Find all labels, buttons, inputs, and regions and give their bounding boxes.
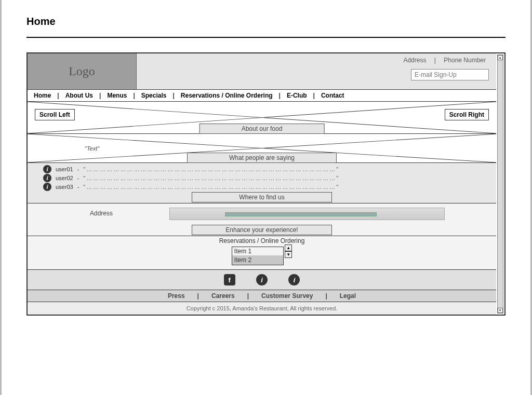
enhance-label: Enhance your experience!	[192, 225, 332, 235]
footer-legal[interactable]: Legal	[327, 290, 368, 302]
testimonial-user: user03	[56, 184, 73, 190]
scroll-grip[interactable]: ▾	[498, 308, 503, 313]
stepper-down-icon[interactable]: ▼	[285, 251, 292, 258]
testimonial-text: "…………………………………………………………………………………………………"	[83, 166, 339, 172]
list-item[interactable]: Item 1	[232, 247, 283, 256]
page-rule	[26, 37, 506, 38]
address-label: Address	[38, 210, 168, 217]
testimonial-text: "…………………………………………………………………………………………………"	[83, 184, 339, 190]
testimonial-user: user02	[56, 175, 73, 181]
hero-carousel: Scroll Left Scroll Right About our food	[28, 102, 496, 134]
dash: -	[77, 184, 79, 190]
info-icon[interactable]: i	[288, 274, 300, 285]
footer-nav: Press| Careers| Customer Survey| Legal	[28, 290, 496, 302]
testimonials-label: What people are saying	[187, 153, 337, 163]
copyright: Copyright c 2015, Amanda's Restaurant, A…	[28, 302, 496, 315]
social-row: f i i	[28, 270, 496, 290]
list-stepper[interactable]: ▲ ▼	[285, 244, 292, 258]
mockup-scrollbar[interactable]: ▴ ▾	[497, 55, 503, 314]
nav-home[interactable]: Home	[28, 90, 57, 101]
header-right: Address | Phone Number	[137, 53, 496, 89]
testimonial-user: user01	[56, 166, 73, 172]
testimonial-row: i user02 - "……………………………………………………………………………	[43, 174, 491, 182]
nav-contact[interactable]: Contact	[315, 90, 351, 101]
page-title: Home	[26, 16, 506, 28]
phone-link[interactable]: Phone Number	[444, 57, 486, 64]
main-nav: Home| About Us| Menus| Specials| Reserva…	[28, 90, 496, 102]
enhance-sub-label: Reservations / Online Ordering	[28, 237, 496, 244]
about-food-section: "Text" What people are saying	[28, 134, 496, 163]
info-icon[interactable]: i	[256, 274, 268, 285]
list-item[interactable]: Item 2	[232, 256, 283, 265]
nav-specials[interactable]: Specials	[135, 90, 173, 101]
wireframe-mockup: ▴ ▾ Logo Address | Phone Number Home|	[26, 52, 506, 316]
scroll-right-button[interactable]: Scroll Right	[445, 109, 489, 120]
dash: -	[77, 166, 79, 172]
about-text-placeholder: "Text"	[85, 145, 99, 152]
nav-eclub[interactable]: E-Club	[281, 90, 313, 101]
nav-reservations[interactable]: Reservations / Online Ordering	[175, 90, 279, 101]
logo[interactable]: Logo	[28, 53, 137, 89]
site-header: Logo Address | Phone Number	[28, 53, 496, 90]
nav-menus[interactable]: Menus	[101, 90, 133, 101]
map-placeholder[interactable]	[169, 208, 445, 220]
testimonial-row: i user03 - "……………………………………………………………………………	[43, 183, 491, 191]
where-label: Where to find us	[192, 192, 332, 202]
info-icon: i	[43, 183, 51, 191]
address-link[interactable]: Address	[403, 57, 426, 64]
separator: |	[434, 57, 436, 64]
email-signup-input[interactable]	[411, 69, 489, 80]
stepper-up-icon[interactable]: ▲	[285, 244, 292, 251]
testimonial-row: i user01 - "……………………………………………………………………………	[43, 165, 491, 173]
scroll-up-icon[interactable]: ▴	[498, 55, 503, 60]
info-icon: i	[43, 165, 51, 173]
footer-survey[interactable]: Customer Survey	[249, 290, 325, 302]
testimonial-text: "…………………………………………………………………………………………………"	[83, 175, 339, 181]
enhance-listbox[interactable]: Item 1 Item 2	[232, 247, 284, 265]
footer-press[interactable]: Press	[155, 290, 197, 302]
nav-about[interactable]: About Us	[59, 90, 99, 101]
footer-careers[interactable]: Careers	[199, 290, 247, 302]
testimonials-panel: i user01 - "……………………………………………………………………………	[28, 163, 496, 203]
info-icon: i	[43, 174, 51, 182]
facebook-icon[interactable]: f	[224, 274, 235, 285]
dash: -	[77, 175, 79, 181]
about-food-label: About our food	[200, 124, 325, 134]
scroll-left-button[interactable]: Scroll Left	[35, 109, 75, 120]
where-panel: Address Enhance your experience!	[28, 203, 496, 236]
enhance-panel: Reservations / Online Ordering Item 1 It…	[28, 237, 496, 270]
